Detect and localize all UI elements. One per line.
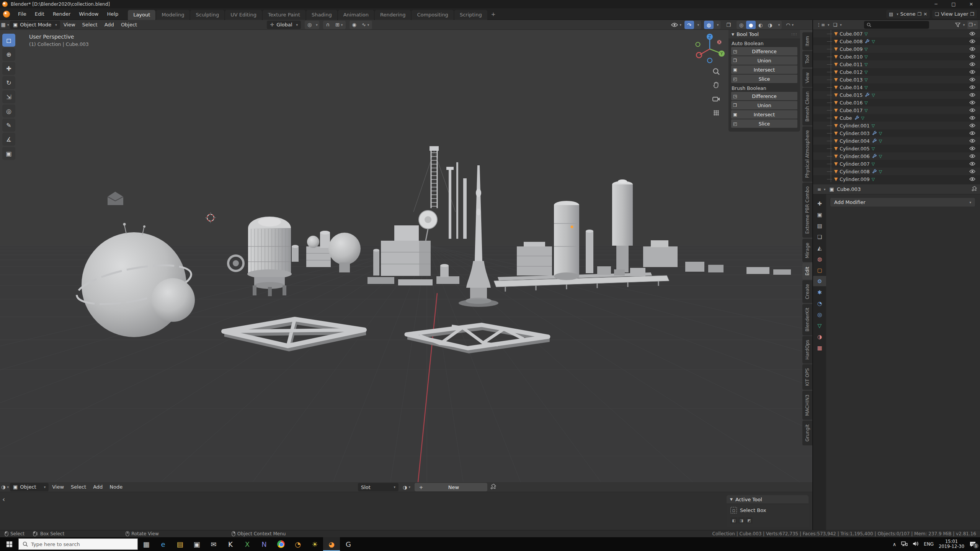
panel-grip-icon[interactable]: ∷∷ <box>791 32 797 36</box>
hide-in-viewport-toggle[interactable] <box>969 116 975 120</box>
properties-tab[interactable]: ◑ <box>813 331 826 342</box>
workspace-tab[interactable]: Compositing <box>412 10 454 20</box>
menu-item[interactable]: Help <box>103 8 123 20</box>
active-tool-header[interactable]: ▼ Active Tool <box>727 495 808 504</box>
new-collection-button[interactable]: ❐＋ <box>967 21 978 29</box>
mode-dropdown[interactable]: ▣ Object Mode ▾ <box>10 21 60 29</box>
shader-menu-item[interactable]: Node <box>106 484 126 490</box>
outliner-row[interactable]: ▼ Cylinder.003 ▽ <box>813 129 980 137</box>
select-mode-button[interactable]: ◧ <box>730 517 737 523</box>
hide-in-viewport-toggle[interactable] <box>969 124 975 127</box>
volume-icon[interactable] <box>913 541 919 548</box>
shader-editor-canvas[interactable]: ‹ ▼ Active Tool ◻ Select Box ◧◨◩ <box>0 492 812 530</box>
toolbar-tool-button[interactable]: ◎ <box>2 104 15 117</box>
proportional-falloff-icon[interactable]: ∿▾ <box>359 21 372 29</box>
pivot-dropdown[interactable]: ◎▾ <box>305 21 319 29</box>
hide-in-viewport-toggle[interactable] <box>969 70 975 74</box>
taskbar-search-input[interactable]: Type here to search <box>18 538 138 550</box>
sidebar-tab[interactable]: Extreme PBR Combo <box>802 183 812 238</box>
shader-pin-icon[interactable] <box>490 484 496 491</box>
taskbar-app-icon[interactable] <box>273 537 289 551</box>
taskbar-app-icon[interactable]: ☀ <box>306 537 323 551</box>
start-button[interactable] <box>0 537 18 551</box>
workspace-tab[interactable]: Modeling <box>156 10 189 20</box>
viewport-menu-item[interactable]: View <box>60 22 79 28</box>
outliner-row[interactable]: ▼ Cube.010 ▽ <box>813 53 980 60</box>
overlays-dropdown[interactable]: ▾ <box>714 21 720 29</box>
render-pass-dropdown[interactable]: ◠▾ <box>785 21 795 29</box>
outliner-row[interactable]: ▼ Cube.014 ▽ <box>813 83 980 91</box>
hide-in-viewport-toggle[interactable] <box>969 93 975 97</box>
outliner-row[interactable]: ▼ Cylinder.009 ▽ <box>813 175 980 183</box>
menu-item[interactable]: Edit <box>31 8 49 20</box>
outliner-row[interactable]: ▼ Cube.016 ▽ <box>813 99 980 106</box>
hide-in-viewport-toggle[interactable] <box>969 78 975 82</box>
taskbar-app-icon[interactable]: ▤ <box>172 537 188 551</box>
gizmo-dropdown[interactable]: ▾ <box>694 21 701 29</box>
boolean-operation-button[interactable]: ◰Slice <box>731 75 797 83</box>
viewport-menu-item[interactable]: Select <box>79 22 101 28</box>
workspace-tab[interactable]: Layout <box>128 10 155 20</box>
hide-in-viewport-toggle[interactable] <box>969 101 975 104</box>
select-mode-button[interactable]: ◩ <box>746 517 753 523</box>
outliner-row[interactable]: ▼ Cube ▽ <box>813 114 980 122</box>
outliner-row[interactable]: ▼ Cylinder.005 ▽ <box>813 145 980 152</box>
snap-magnet-icon[interactable]: ∩ <box>323 21 333 29</box>
properties-tab[interactable]: ▢ <box>813 265 826 275</box>
outliner-row[interactable]: ▼ Cube.007 ▽ <box>813 30 980 37</box>
workspace-tab[interactable]: Rendering <box>375 10 411 20</box>
viewport-3d[interactable]: User Perspective (1) Collection | Cube.0… <box>0 30 812 482</box>
workspace-tab[interactable]: UV Editing <box>225 10 262 20</box>
outliner-row[interactable]: ▼ Cylinder.006 ▽ <box>813 152 980 160</box>
properties-tab[interactable]: ▤ <box>813 220 826 231</box>
toolbar-collapse-arrow[interactable]: ‹ <box>2 495 5 503</box>
notification-center-icon[interactable]: 1 <box>969 541 976 547</box>
sidebar-tab[interactable]: Bmesh Clean <box>802 88 812 126</box>
sidebar-tab[interactable]: Edit <box>802 263 812 279</box>
outliner-row[interactable]: ▼ Cube.011 ▽ <box>813 60 980 68</box>
properties-tab[interactable]: ▽ <box>813 320 826 331</box>
language-indicator[interactable]: ENG <box>924 541 934 547</box>
outliner-search-input[interactable] <box>864 21 929 29</box>
minimize-button[interactable]: ─ <box>927 0 945 8</box>
view-layer-selector[interactable]: ❏ View Layer ❐ <box>932 10 977 18</box>
toolbar-tool-button[interactable]: ▣ <box>2 147 15 160</box>
taskbar-app-icon[interactable]: N <box>256 537 273 551</box>
collapse-triangle-icon[interactable]: ▼ <box>732 33 734 36</box>
taskbar-app-icon[interactable]: ▦ <box>138 537 155 551</box>
workspace-tab[interactable]: Texture Paint <box>263 10 305 20</box>
properties-tab[interactable]: ✱ <box>813 287 826 297</box>
taskbar-app-icon[interactable]: ◔ <box>289 537 306 551</box>
taskbar-app-icon[interactable]: ▣ <box>188 537 205 551</box>
shader-type-dropdown[interactable]: ▣ Object ▾ <box>10 483 49 491</box>
shading-solid-icon[interactable]: ● <box>746 21 756 29</box>
outliner-row[interactable]: ▼ Cube.017 ▽ <box>813 106 980 114</box>
toolbar-tool-button[interactable]: ⊕ <box>2 48 15 61</box>
filter-id-type-dropdown[interactable]: ❏▾ <box>832 22 843 28</box>
outliner-row[interactable]: ▼ Cylinder.004 ▽ <box>813 137 980 145</box>
outliner-row[interactable]: ▼ Cube.008 ▽ <box>813 37 980 45</box>
bool-tool-panel-header[interactable]: ▼ Bool Tool ∷∷ <box>728 30 800 39</box>
boolean-operation-button[interactable]: ◳Difference <box>731 92 797 100</box>
sidebar-tab[interactable]: Mirage <box>802 239 812 262</box>
properties-tab[interactable]: ◔ <box>813 298 826 308</box>
shading-material-icon[interactable]: ◐ <box>756 21 765 29</box>
outliner-row[interactable]: ▼ Cube.012 ▽ <box>813 68 980 76</box>
browse-material-icon[interactable]: ◑▾ <box>402 483 412 491</box>
hide-in-viewport-toggle[interactable] <box>969 39 975 43</box>
hide-in-viewport-toggle[interactable] <box>969 147 975 150</box>
perspective-toggle-icon[interactable] <box>711 108 721 118</box>
hide-in-viewport-toggle[interactable] <box>969 108 975 112</box>
tray-expand-icon[interactable]: ∧ <box>893 541 897 547</box>
sidebar-tab[interactable]: Grungit <box>802 421 812 445</box>
add-workspace-button[interactable]: + <box>487 11 500 17</box>
editor-type-icon[interactable]: ▦▾ <box>0 21 10 29</box>
scene-selector[interactable]: ▤▾ Scene ❐ ✕ <box>886 10 930 18</box>
show-gizmo-icon[interactable]: ↷ <box>684 21 694 29</box>
toolbar-tool-button[interactable]: ↻ <box>2 76 15 89</box>
object-visibility-dropdown[interactable]: ▾ <box>671 23 681 27</box>
taskbar-clock[interactable]: 15:01 2019-12-30 <box>939 539 964 549</box>
properties-tab[interactable]: ▦ <box>813 342 826 353</box>
sidebar-tab[interactable]: Item <box>802 32 812 50</box>
sidebar-tab[interactable]: View <box>802 68 812 87</box>
